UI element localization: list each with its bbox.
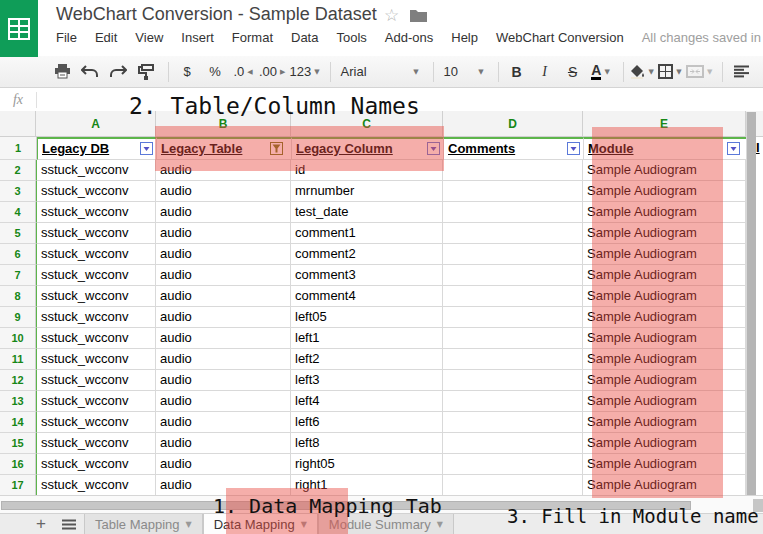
cell-legacy-db[interactable]: sstuck_wcconv bbox=[36, 412, 156, 433]
column-header-partial[interactable] bbox=[756, 111, 763, 137]
tab-module-summary[interactable]: Module Summary▼ bbox=[318, 514, 454, 534]
cell-legacy-column[interactable]: right1 bbox=[291, 475, 443, 496]
row-number[interactable]: 10 bbox=[0, 328, 36, 349]
cell-comments[interactable] bbox=[443, 265, 583, 286]
cell-legacy-column[interactable]: comment4 bbox=[291, 286, 443, 307]
borders-button[interactable]: ▼ bbox=[658, 60, 682, 84]
cell-comments[interactable] bbox=[443, 160, 583, 181]
cell-legacy-db[interactable]: sstuck_wcconv bbox=[36, 265, 156, 286]
italic-button[interactable]: I bbox=[533, 60, 557, 84]
filter-dropdown-icon[interactable] bbox=[140, 142, 153, 155]
cell-legacy-db[interactable]: sstuck_wcconv bbox=[36, 475, 156, 496]
filter-dropdown-icon[interactable] bbox=[567, 142, 580, 155]
cell-legacy-db[interactable]: sstuck_wcconv bbox=[36, 286, 156, 307]
filter-active-funnel-icon[interactable] bbox=[270, 142, 283, 155]
menu-data[interactable]: Data bbox=[291, 30, 318, 45]
row-number[interactable]: 11 bbox=[0, 349, 36, 370]
cell-legacy-column[interactable]: comment1 bbox=[291, 223, 443, 244]
cell-module[interactable]: Sample Audiogram bbox=[583, 307, 746, 328]
horizontal-scrollbar[interactable] bbox=[1, 501, 691, 510]
filter-dropdown-icon[interactable] bbox=[427, 142, 440, 155]
cell-comments[interactable] bbox=[443, 286, 583, 307]
cell-header-module[interactable]: Module bbox=[584, 137, 747, 160]
cell-legacy-column[interactable]: left05 bbox=[291, 307, 443, 328]
row-number[interactable]: 9 bbox=[0, 307, 36, 328]
row-number[interactable]: 17 bbox=[0, 475, 36, 496]
cell-legacy-table[interactable]: audio bbox=[156, 244, 291, 265]
cell-legacy-table[interactable]: audio bbox=[156, 160, 291, 181]
column-header-d[interactable]: D bbox=[443, 111, 583, 136]
cell-legacy-table[interactable]: audio bbox=[156, 349, 291, 370]
cell-legacy-column[interactable]: id bbox=[291, 160, 443, 181]
menu-format[interactable]: Format bbox=[232, 30, 273, 45]
row-number[interactable]: 8 bbox=[0, 286, 36, 307]
cell-module[interactable]: Sample Audiogram bbox=[583, 181, 746, 202]
cell-module[interactable]: Sample Audiogram bbox=[583, 202, 746, 223]
cell-comments[interactable] bbox=[443, 349, 583, 370]
cell-module[interactable]: Sample Audiogram bbox=[583, 391, 746, 412]
cell-legacy-db[interactable]: sstuck_wcconv bbox=[36, 223, 156, 244]
menu-webchart-conversion[interactable]: WebChart Conversion bbox=[496, 30, 624, 45]
cell-legacy-column[interactable]: comment2 bbox=[291, 244, 443, 265]
cell-legacy-table[interactable]: audio bbox=[156, 286, 291, 307]
cell-legacy-db[interactable]: sstuck_wcconv bbox=[36, 244, 156, 265]
cell-module[interactable]: Sample Audiogram bbox=[583, 454, 746, 475]
cell-legacy-db[interactable]: sstuck_wcconv bbox=[36, 307, 156, 328]
cell-legacy-table[interactable]: audio bbox=[156, 202, 291, 223]
row-number[interactable]: 2 bbox=[0, 160, 36, 181]
row-number[interactable]: 7 bbox=[0, 265, 36, 286]
cell-legacy-db[interactable]: sstuck_wcconv bbox=[36, 433, 156, 454]
font-family-select[interactable]: Arial▼ bbox=[337, 60, 423, 84]
menu-insert[interactable]: Insert bbox=[181, 30, 214, 45]
cell-header-partial[interactable]: I bbox=[756, 140, 763, 155]
column-header-b[interactable]: B bbox=[156, 111, 291, 136]
sheets-logo-icon[interactable] bbox=[0, 0, 38, 57]
cell-legacy-db[interactable]: sstuck_wcconv bbox=[36, 349, 156, 370]
font-size-select[interactable]: 10▼ bbox=[440, 60, 488, 84]
undo-button[interactable] bbox=[78, 60, 102, 84]
cell-module[interactable]: Sample Audiogram bbox=[583, 223, 746, 244]
tab-table-mapping[interactable]: Table Mapping▼ bbox=[84, 514, 203, 534]
cell-comments[interactable] bbox=[443, 433, 583, 454]
row-number[interactable]: 5 bbox=[0, 223, 36, 244]
cell-legacy-table[interactable]: audio bbox=[156, 223, 291, 244]
cell-legacy-table[interactable]: audio bbox=[156, 328, 291, 349]
cell-comments[interactable] bbox=[443, 244, 583, 265]
cell-legacy-db[interactable]: sstuck_wcconv bbox=[36, 160, 156, 181]
cell-legacy-column[interactable]: left8 bbox=[291, 433, 443, 454]
format-currency-button[interactable]: $ bbox=[175, 60, 199, 84]
cell-header-legacy-table[interactable]: Legacy Table bbox=[157, 137, 292, 160]
redo-button[interactable] bbox=[106, 60, 130, 84]
cell-module[interactable]: Sample Audiogram bbox=[583, 370, 746, 391]
cell-legacy-db[interactable]: sstuck_wcconv bbox=[36, 391, 156, 412]
cell-legacy-column[interactable]: left1 bbox=[291, 328, 443, 349]
text-color-button[interactable]: A▼ bbox=[589, 60, 613, 84]
cell-module[interactable]: Sample Audiogram bbox=[583, 433, 746, 454]
formula-input[interactable] bbox=[37, 88, 763, 111]
strikethrough-button[interactable]: S bbox=[561, 60, 585, 84]
row-number[interactable]: 4 bbox=[0, 202, 36, 223]
menu-help[interactable]: Help bbox=[451, 30, 478, 45]
fill-color-button[interactable]: ▼ bbox=[630, 60, 654, 84]
vertical-scrollbar[interactable] bbox=[746, 112, 756, 496]
cell-legacy-table[interactable]: audio bbox=[156, 412, 291, 433]
cell-comments[interactable] bbox=[443, 475, 583, 496]
tab-dropdown-icon[interactable]: ▼ bbox=[186, 520, 192, 529]
horizontal-align-button[interactable] bbox=[729, 60, 753, 84]
cell-legacy-db[interactable]: sstuck_wcconv bbox=[36, 370, 156, 391]
column-header-a[interactable]: A bbox=[36, 111, 156, 136]
cell-legacy-table[interactable]: audio bbox=[156, 454, 291, 475]
cell-module[interactable]: Sample Audiogram bbox=[583, 244, 746, 265]
cell-comments[interactable] bbox=[443, 223, 583, 244]
menu-view[interactable]: View bbox=[135, 30, 163, 45]
column-header-e[interactable]: E bbox=[583, 111, 746, 136]
cell-comments[interactable] bbox=[443, 391, 583, 412]
paint-format-button[interactable] bbox=[134, 60, 158, 84]
cell-module[interactable]: Sample Audiogram bbox=[583, 265, 746, 286]
increase-decimal-button[interactable]: .00▶ bbox=[259, 60, 285, 84]
menu-tools[interactable]: Tools bbox=[336, 30, 366, 45]
cell-legacy-column[interactable]: comment3 bbox=[291, 265, 443, 286]
cell-module[interactable]: Sample Audiogram bbox=[583, 328, 746, 349]
document-title[interactable]: WebChart Conversion - Sample Dataset bbox=[56, 4, 377, 25]
row-number[interactable]: 6 bbox=[0, 244, 36, 265]
